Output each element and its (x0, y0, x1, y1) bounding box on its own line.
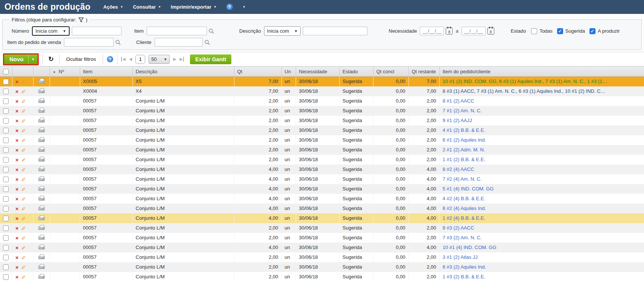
previous-page-button[interactable]: ◀ (129, 57, 132, 62)
select-all-checkbox[interactable] (3, 69, 9, 74)
row-checkbox[interactable] (3, 196, 9, 202)
print-icon[interactable] (38, 100, 45, 103)
header-un[interactable]: Un (281, 66, 296, 77)
necessidade-to-input[interactable] (462, 27, 486, 35)
print-icon[interactable] (38, 197, 45, 201)
row-checkbox[interactable] (3, 128, 9, 133)
delete-icon[interactable]: ✕ (15, 177, 19, 182)
row-checkbox[interactable] (3, 167, 9, 172)
menu-acoes[interactable]: Ações ▼ (103, 4, 123, 10)
pedido-cliente-link[interactable]: 10 #1 (4) IND. COM. GG (443, 245, 497, 250)
edit-icon[interactable]: ✎ (21, 98, 26, 104)
exibir-gantt-button[interactable]: Exibir Gantt (190, 54, 231, 64)
numero-input[interactable] (72, 27, 122, 35)
print-icon[interactable] (38, 119, 45, 122)
edit-icon[interactable]: ✎ (21, 137, 26, 143)
delete-icon[interactable]: ✕ (15, 226, 19, 231)
header-pedido-cliente[interactable]: Item do pedido/cliente (439, 66, 644, 77)
delete-icon[interactable]: ✕ (15, 216, 19, 221)
pedido-cliente-link[interactable]: 6 #2 (4) Aquiles Ind. (443, 205, 486, 211)
pedido-cliente-link[interactable]: 4 #1 (2) B.B. & E.E. (443, 127, 485, 133)
delete-icon[interactable]: ✕ (15, 128, 19, 133)
edit-icon[interactable]: ✎ (21, 254, 26, 260)
pedido-cliente-link[interactable]: 8 #3 (1) AACC, 7 #3 (1) Am. N. C., 6 #3 … (443, 88, 606, 94)
delete-icon[interactable]: ✕ (15, 255, 19, 260)
print-icon[interactable] (38, 90, 45, 93)
delete-icon[interactable]: ✕ (15, 138, 19, 143)
row-checkbox[interactable] (3, 98, 9, 104)
novo-button[interactable]: Novo ▼ (3, 53, 39, 65)
delete-icon[interactable]: ✕ (15, 80, 19, 84)
table-row[interactable]: ✕✎00057Conjunto L/M2,00un30/06/18Sugerid… (0, 135, 644, 145)
table-row[interactable]: ✕✎00057Conjunto L/M4,00un30/06/18Sugerid… (0, 174, 644, 184)
chevron-down-icon[interactable]: ▼ (243, 6, 246, 9)
delete-icon[interactable]: ✕ (15, 265, 19, 270)
row-checkbox[interactable] (3, 118, 9, 124)
estado-a-produzir-checkbox[interactable]: A produzir (589, 28, 620, 34)
print-icon[interactable] (38, 168, 45, 171)
edit-icon[interactable]: ✎ (21, 235, 26, 241)
delete-icon[interactable]: ✕ (15, 236, 19, 240)
print-icon[interactable] (38, 217, 45, 220)
table-row[interactable]: ✕✎00057Conjunto L/M4,00un30/06/18Sugerid… (0, 194, 644, 204)
row-checkbox[interactable] (3, 147, 9, 153)
print-icon[interactable] (38, 80, 45, 83)
numero-operator-select[interactable]: Inicia com ▼ (32, 26, 69, 36)
delete-icon[interactable]: ✕ (15, 89, 19, 94)
pedido-cliente-link[interactable]: 8 #1 (2) AACC (443, 98, 474, 104)
table-row[interactable]: ✕✎00057Conjunto L/M4,00un30/06/18Sugerid… (0, 184, 644, 194)
print-icon[interactable] (38, 207, 45, 210)
print-icon[interactable] (38, 129, 45, 132)
edit-icon[interactable]: ✎ (21, 225, 26, 231)
menu-consultar[interactable]: Consultar ▼ (133, 4, 161, 10)
pedido-cliente-link[interactable]: 1 #2 (4) B.B. & E.E. (443, 215, 485, 221)
table-row[interactable]: ✕✎00057Conjunto L/M2,00un30/06/18Sugerid… (0, 145, 644, 155)
table-row[interactable]: ✕✎00057Conjunto L/M2,00un30/06/18Sugerid… (0, 272, 644, 282)
delete-icon[interactable]: ✕ (15, 246, 19, 250)
print-icon[interactable] (38, 158, 45, 162)
table-row[interactable]: ✕✎00057Conjunto L/M2,00un30/06/18Sugerid… (0, 125, 644, 135)
edit-icon[interactable]: ✎ (21, 147, 26, 153)
page-number-input[interactable] (135, 55, 145, 64)
novo-dropdown-caret[interactable]: ▼ (28, 54, 38, 64)
delete-icon[interactable]: ✕ (15, 109, 19, 113)
pedido-cliente-link[interactable]: 6 #1 (2) Aquiles Ind. (443, 137, 486, 143)
ocultar-filtros-button[interactable]: Ocultar filtros (63, 55, 99, 63)
edit-icon[interactable]: ✎ (21, 157, 26, 163)
pedido-cliente-link[interactable]: 9 #1 (2) AAJJ (443, 118, 472, 123)
pedido-cliente-link[interactable]: 7 #3 (2) Am. N. C. (443, 235, 482, 240)
search-icon[interactable] (115, 39, 121, 45)
edit-icon[interactable]: ✎ (21, 245, 26, 251)
table-row[interactable]: ✕✎00057Conjunto L/M2,00un30/06/18Sugerid… (0, 155, 644, 165)
delete-icon[interactable]: ✕ (15, 99, 19, 104)
print-icon[interactable] (38, 187, 45, 191)
row-checkbox[interactable] (3, 225, 9, 231)
print-icon[interactable] (38, 246, 45, 249)
edit-icon[interactable]: ✎ (21, 127, 26, 133)
table-row[interactable]: ✕✎00057Conjunto L/M2,00un30/06/18Sugerid… (0, 262, 644, 272)
delete-icon[interactable]: ✕ (15, 197, 19, 201)
search-icon[interactable] (204, 39, 210, 45)
print-icon[interactable] (38, 227, 45, 230)
edit-icon[interactable]: ✎ (21, 88, 26, 94)
row-checkbox[interactable] (3, 108, 9, 114)
delete-icon[interactable]: ✕ (15, 119, 19, 123)
pedido-cliente-link[interactable]: 1 #3 (2) B.B. & E.E. (443, 274, 485, 279)
item-pedido-venda-input[interactable] (64, 38, 114, 47)
row-checkbox[interactable] (3, 157, 9, 163)
row-checkbox[interactable] (3, 245, 9, 251)
necessidade-from-input[interactable] (420, 27, 444, 35)
cliente-input[interactable] (155, 38, 203, 47)
table-row[interactable]: ✕✎00057Conjunto L/M4,00un30/06/18Sugerid… (0, 213, 644, 223)
row-checkbox[interactable] (3, 137, 9, 143)
item-input[interactable] (147, 27, 207, 35)
descricao-operator-select[interactable]: Inicia com ▼ (264, 26, 301, 36)
pedido-cliente-link[interactable]: 7 #2 (4) Am. N. C. (443, 176, 482, 182)
edit-icon[interactable]: ✎ (21, 274, 26, 280)
print-icon[interactable] (38, 256, 45, 259)
row-checkbox[interactable] (3, 206, 9, 211)
header-qt[interactable]: Qt (234, 66, 281, 77)
pedido-cliente-link[interactable]: 8 #3 (2) AACC (443, 225, 474, 231)
row-checkbox[interactable] (3, 264, 9, 270)
print-icon[interactable] (38, 178, 45, 181)
